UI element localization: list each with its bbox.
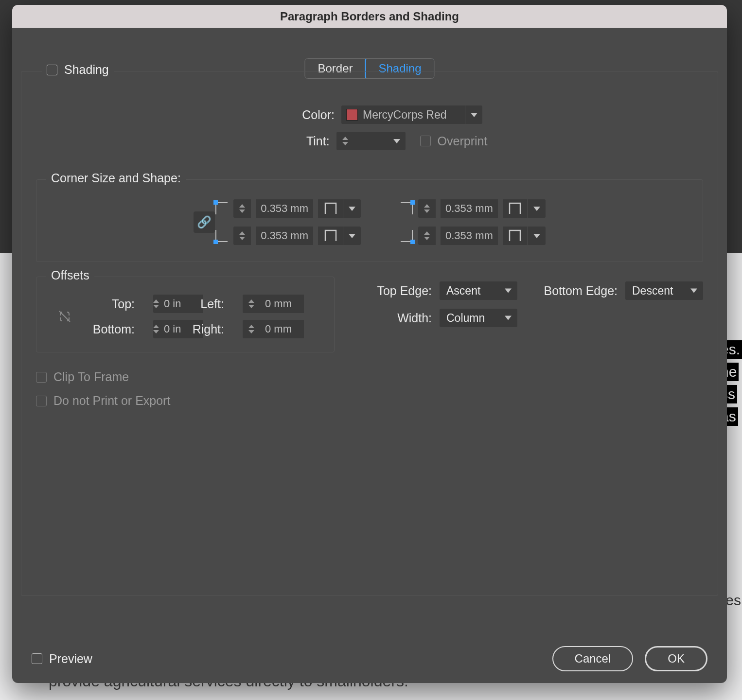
- offset-right-label: Right:: [180, 322, 224, 336]
- offset-top-label: Top:: [81, 297, 135, 311]
- corner-bl-shape-dd[interactable]: [343, 227, 361, 245]
- tint-field[interactable]: [354, 132, 388, 150]
- width-label: Width:: [364, 311, 432, 325]
- shading-fieldset: Shading Color: MercyCorps Red Tint:: [21, 71, 718, 596]
- corner-fieldset: Corner Size and Shape: 0.353 mm: [36, 179, 703, 262]
- tint-dropdown[interactable]: [388, 132, 406, 150]
- color-label: Color:: [257, 108, 335, 122]
- offset-bottom-stepper[interactable]: [153, 320, 159, 338]
- offsets-legend: Offsets: [46, 268, 94, 282]
- corner-tl-icon: [215, 202, 229, 215]
- shading-checkbox-label: Shading: [64, 63, 109, 77]
- preview-checkbox[interactable]: [32, 653, 42, 664]
- ok-button[interactable]: OK: [645, 646, 707, 671]
- corner-bl-shape[interactable]: [318, 227, 343, 245]
- bottom-edge-label: Bottom Edge:: [525, 284, 618, 298]
- tint-label: Tint:: [252, 134, 330, 148]
- preview-label: Preview: [49, 652, 92, 666]
- paragraph-borders-shading-dialog: Paragraph Borders and Shading Border Sha…: [12, 5, 727, 683]
- clip-to-frame-checkbox: [36, 372, 47, 383]
- corner-br-stepper[interactable]: [418, 227, 436, 245]
- offset-left-stepper[interactable]: [243, 295, 260, 313]
- corner-tr-shape[interactable]: [503, 199, 528, 218]
- corner-legend: Corner Size and Shape:: [46, 171, 186, 185]
- offset-right-field[interactable]: 0 mm: [260, 320, 304, 338]
- corner-tr-field[interactable]: 0.353 mm: [441, 199, 498, 218]
- offset-bottom-label: Bottom:: [81, 322, 135, 336]
- unlink-icon[interactable]: [48, 295, 81, 338]
- top-edge-label: Top Edge:: [364, 284, 432, 298]
- width-dropdown[interactable]: Column: [440, 309, 517, 327]
- offset-right-stepper[interactable]: [243, 320, 260, 338]
- color-name: MercyCorps Red: [363, 108, 465, 122]
- do-not-print-checkbox: [36, 396, 47, 406]
- color-dropdown[interactable]: MercyCorps Red: [341, 105, 482, 124]
- color-swatch: [346, 109, 358, 121]
- corner-tr-stepper[interactable]: [418, 199, 436, 218]
- do-not-print-label: Do not Print or Export: [53, 394, 170, 408]
- top-edge-dropdown[interactable]: Ascent: [440, 281, 517, 300]
- chevron-down-icon: [465, 105, 482, 124]
- dialog-title: Paragraph Borders and Shading: [12, 5, 727, 28]
- dialog-footer: Preview Cancel OK: [12, 634, 727, 683]
- shading-checkbox[interactable]: [47, 65, 57, 75]
- offset-top-stepper[interactable]: [153, 295, 159, 313]
- cancel-button[interactable]: Cancel: [552, 646, 634, 671]
- corner-tl-stepper[interactable]: [233, 199, 251, 218]
- offset-left-label: Left:: [180, 297, 224, 311]
- bottom-edge-dropdown[interactable]: Descent: [625, 281, 703, 300]
- overprint-label: Overprint: [438, 134, 488, 148]
- link-icon[interactable]: 🔗: [194, 211, 215, 233]
- corner-tl-field[interactable]: 0.353 mm: [256, 199, 313, 218]
- clip-to-frame-label: Clip To Frame: [53, 370, 129, 384]
- corner-br-shape[interactable]: [503, 227, 528, 245]
- corner-br-icon: [400, 229, 413, 243]
- corner-tr-shape-dd[interactable]: [528, 199, 546, 218]
- offsets-fieldset: Offsets Top: 0 in Left: 0 m: [36, 277, 335, 352]
- corner-br-shape-dd[interactable]: [528, 227, 546, 245]
- corner-bl-field[interactable]: 0.353 mm: [256, 227, 313, 245]
- overprint-checkbox: [420, 136, 431, 146]
- corner-tl-shape[interactable]: [318, 199, 343, 218]
- background-text-es: es: [725, 592, 741, 609]
- corner-tl-shape-dd[interactable]: [343, 199, 361, 218]
- dialog-body: Border Shading Shading Color: MercyCorps…: [12, 28, 727, 634]
- corner-tr-icon: [400, 202, 413, 215]
- corner-bl-stepper[interactable]: [233, 227, 251, 245]
- tint-stepper[interactable]: [336, 132, 354, 150]
- corner-br-field[interactable]: 0.353 mm: [441, 227, 498, 245]
- corner-bl-icon: [215, 229, 229, 243]
- offset-left-field[interactable]: 0 mm: [260, 295, 304, 313]
